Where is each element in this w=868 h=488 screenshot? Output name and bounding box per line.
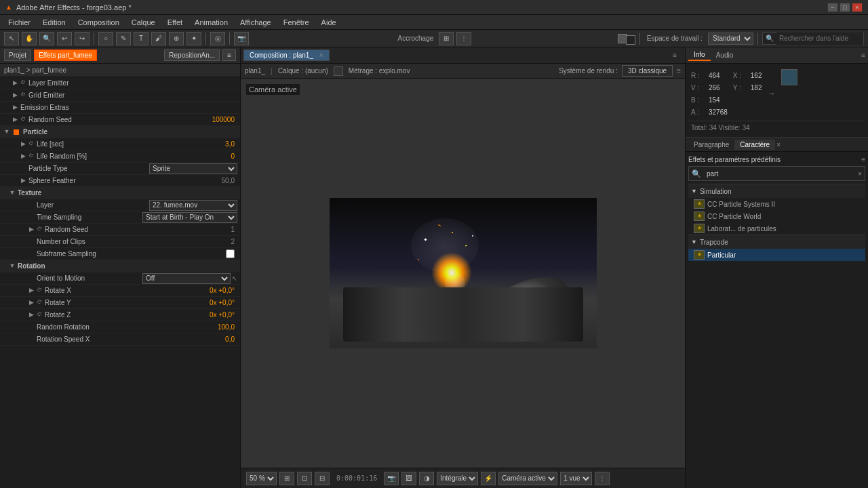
layer-panel-menu[interactable]: ≡ bbox=[677, 67, 681, 75]
menu-fichier[interactable]: Fichier bbox=[3, 17, 36, 28]
tool-roto[interactable]: ◎ bbox=[210, 32, 225, 45]
expand-rotate-x[interactable]: ▶ bbox=[27, 287, 35, 295]
audio-tab[interactable]: Audio bbox=[711, 50, 739, 60]
tool-select[interactable]: ↖ bbox=[4, 32, 19, 45]
search-input[interactable] bbox=[776, 33, 863, 45]
life-random-value[interactable]: 0 bbox=[231, 152, 237, 160]
life-value[interactable]: 3,0 bbox=[225, 140, 237, 148]
expand-grid-emitter[interactable]: ▶ bbox=[11, 92, 19, 100]
fit-btn[interactable]: ⊞ bbox=[279, 472, 294, 485]
tool-redo[interactable]: ↪ bbox=[75, 32, 90, 45]
right-panel-menu[interactable]: ≡ bbox=[861, 52, 865, 59]
menu-composition[interactable]: Composition bbox=[73, 17, 125, 28]
menu-effet[interactable]: Effet bbox=[162, 17, 188, 28]
comp-tab-plan1[interactable]: Composition : plan1_ × bbox=[243, 49, 330, 61]
tool-camera[interactable]: 📷 bbox=[234, 32, 249, 45]
random-seed-value[interactable]: 100000 bbox=[212, 116, 237, 123]
para-tab[interactable]: Paragraphe bbox=[688, 140, 734, 150]
comp-tab-close[interactable]: × bbox=[319, 52, 323, 59]
expand-life-random[interactable]: ▶ bbox=[19, 152, 27, 161]
close-button[interactable]: × bbox=[852, 3, 863, 12]
menu-calque[interactable]: Calque bbox=[126, 17, 161, 28]
rotation-speed-x-value[interactable]: 0,0 bbox=[225, 336, 237, 343]
subframe-checkbox[interactable] bbox=[226, 249, 235, 258]
accrochage-toggle[interactable]: ⊞ bbox=[439, 32, 454, 45]
reposition-btn[interactable]: RepositionAn... bbox=[164, 49, 220, 61]
expand-emission-extras[interactable]: ▶ bbox=[11, 104, 19, 112]
layer-bar-tab[interactable]: plan1_ bbox=[245, 67, 265, 75]
rotate-y-value[interactable]: 0x +0,0° bbox=[210, 299, 237, 306]
expand-particle[interactable]: ▼ bbox=[3, 128, 11, 136]
info-a: 32768 bbox=[709, 108, 728, 116]
camera-select[interactable]: Caméra active bbox=[498, 472, 557, 485]
char-tab[interactable]: Caractère bbox=[734, 140, 775, 150]
exposure-btn[interactable]: ◑ bbox=[419, 472, 434, 485]
tool-hand[interactable]: ✋ bbox=[22, 32, 37, 45]
grid-btn[interactable]: ⊟ bbox=[315, 472, 330, 485]
safe-zones-btn[interactable]: ⊡ bbox=[297, 472, 312, 485]
time-sampling-select[interactable]: Start at Birth - Play On bbox=[142, 212, 237, 223]
maximize-button[interactable]: □ bbox=[840, 3, 850, 12]
rotate-z-value[interactable]: 0x +0,0° bbox=[210, 311, 237, 319]
particle-type-select[interactable]: Sprite bbox=[149, 163, 237, 174]
expand-rotate-y[interactable]: ▶ bbox=[27, 299, 35, 307]
tool-brush[interactable]: 🖌 bbox=[151, 32, 166, 45]
tool-pen[interactable]: ✎ bbox=[116, 32, 131, 45]
quality-select[interactable]: Intégrale bbox=[437, 472, 478, 485]
menu-affichage[interactable]: Affichage bbox=[235, 17, 277, 28]
color-preview-back[interactable] bbox=[626, 35, 635, 45]
expand-sphere-feather[interactable]: ▶ bbox=[19, 177, 27, 185]
timecode-display[interactable]: 0:00:01:16 bbox=[332, 474, 381, 482]
sphere-feather-value[interactable]: 50,0 bbox=[222, 177, 237, 184]
simulation-header[interactable]: ▼ Simulation bbox=[688, 184, 865, 198]
minimize-button[interactable]: − bbox=[827, 3, 838, 12]
orient-select[interactable]: Off bbox=[142, 273, 231, 284]
tool-puppet[interactable]: ✦ bbox=[186, 32, 201, 45]
trapcode-header[interactable]: ▼ Trapcode bbox=[688, 235, 865, 249]
number-clips-value[interactable]: 2 bbox=[231, 238, 237, 245]
tool-undo[interactable]: ↩ bbox=[57, 32, 72, 45]
snapshot-btn[interactable]: 📷 bbox=[384, 472, 399, 485]
random-seed-2-value[interactable]: 1 bbox=[231, 226, 237, 233]
workspace-select[interactable]: Standard bbox=[708, 33, 753, 45]
accrochage-type[interactable]: ⋮ bbox=[456, 32, 471, 45]
tool-clone[interactable]: ⊕ bbox=[169, 32, 184, 45]
effects-search-clear[interactable]: × bbox=[855, 170, 865, 178]
tool-zoom[interactable]: 🔍 bbox=[39, 32, 54, 45]
effects-search-input[interactable] bbox=[704, 170, 855, 178]
info-tab[interactable]: Info bbox=[688, 49, 711, 61]
preset-cc-particle-world[interactable]: ★ CC Particle World bbox=[688, 210, 865, 222]
preset-laborat[interactable]: ★ Laborat... de particules bbox=[688, 222, 865, 235]
comp-panel-menu[interactable]: ≡ bbox=[673, 52, 677, 59]
expand-rotation[interactable]: ▼ bbox=[8, 262, 16, 270]
fast-preview-btn[interactable]: ⚡ bbox=[481, 472, 496, 485]
tool-text[interactable]: T bbox=[134, 32, 149, 45]
expand-layer-emitter[interactable]: ▶ bbox=[11, 79, 19, 87]
preset-cc-particle-systems[interactable]: ★ CC Particle Systems II bbox=[688, 198, 865, 210]
expand-random-seed[interactable]: ▶ bbox=[11, 116, 19, 124]
random-rotation-value[interactable]: 100,0 bbox=[218, 323, 237, 331]
expand-random-seed-2[interactable]: ▶ bbox=[27, 226, 35, 234]
expand-texture[interactable]: ▼ bbox=[8, 189, 16, 197]
view-options-btn[interactable]: ⋮ bbox=[595, 472, 610, 485]
menu-animation[interactable]: Animation bbox=[189, 17, 233, 28]
zoom-select[interactable]: 50 % bbox=[246, 472, 277, 485]
effects-presets-menu[interactable]: ≡ bbox=[861, 156, 865, 163]
menu-aide[interactable]: Aide bbox=[316, 17, 342, 28]
rotate-x-value[interactable]: 0x +0,0° bbox=[210, 287, 237, 294]
menu-edition[interactable]: Edition bbox=[37, 17, 71, 28]
preset-particular[interactable]: ★ Particular bbox=[688, 249, 865, 261]
menu-fenetre[interactable]: Fenêtre bbox=[278, 17, 315, 28]
effects-tab[interactable]: Effets part_fumee bbox=[34, 49, 97, 61]
expand-rotate-z[interactable]: ▶ bbox=[27, 311, 35, 319]
show-snapshot-btn[interactable]: 🖼 bbox=[401, 472, 416, 485]
render-system-value[interactable]: 3D classique bbox=[622, 65, 673, 77]
char-close-btn[interactable]: × bbox=[776, 141, 781, 148]
panel-menu-btn[interactable]: ≡ bbox=[222, 49, 236, 61]
tool-shape[interactable]: ○ bbox=[98, 32, 113, 45]
info-y: 182 bbox=[751, 84, 762, 92]
layer-select[interactable]: 22. fumee.mov bbox=[149, 200, 237, 211]
expand-life[interactable]: ▶ bbox=[19, 140, 27, 148]
project-tab[interactable]: Projet bbox=[4, 49, 31, 61]
view-select[interactable]: 1 vue bbox=[560, 472, 592, 485]
